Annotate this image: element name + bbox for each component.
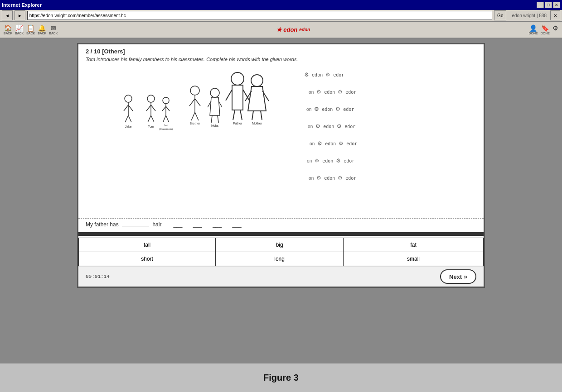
back-nav-button[interactable]: ◄	[2, 10, 13, 20]
user-icon: 👤	[529, 25, 537, 31]
svg-rect-36	[232, 85, 243, 110]
logo-text: ★ edon	[276, 26, 298, 33]
svg-point-29	[210, 88, 219, 97]
settings-icon-btn[interactable]: ⚙	[552, 25, 558, 35]
mail-icon-btn[interactable]: ✉ BACK	[49, 25, 58, 35]
answer-row-2: short long small	[79, 252, 484, 266]
titlebar-buttons: _ □ ✕	[537, 2, 560, 8]
bottom-bar: 00:01:14 Next »	[78, 266, 484, 287]
svg-line-9	[146, 105, 151, 111]
notes-icon-btn[interactable]: 📋 BACK	[26, 25, 35, 35]
svg-text:Father: Father	[233, 122, 242, 125]
answer-option-short[interactable]: short	[79, 252, 216, 266]
svg-line-40	[240, 110, 242, 120]
svg-line-10	[151, 105, 155, 111]
home-icon: 🏠	[4, 25, 12, 31]
answer-option-long[interactable]: long	[216, 252, 344, 266]
svg-line-25	[195, 99, 200, 106]
svg-line-16	[162, 106, 166, 111]
next-button[interactable]: Next »	[440, 269, 476, 284]
sentence-suffix: hair.	[152, 221, 163, 228]
svg-line-18	[163, 115, 166, 122]
svg-line-17	[166, 106, 170, 111]
answer-option-fat[interactable]: fat	[344, 238, 484, 252]
svg-line-26	[191, 112, 195, 120]
svg-line-12	[151, 115, 154, 122]
svg-line-11	[148, 115, 151, 122]
svg-line-39	[233, 110, 235, 120]
svg-text:Brother: Brother	[190, 122, 201, 125]
svg-text:Jed: Jed	[164, 124, 168, 127]
svg-point-7	[147, 95, 155, 102]
sentence-prefix: My father has	[86, 221, 119, 228]
forward-nav-button[interactable]: ►	[15, 10, 25, 20]
next-chevron-icon: »	[464, 273, 467, 280]
home-label: BACK	[4, 32, 12, 35]
svg-point-42	[251, 75, 263, 86]
svg-line-44	[262, 91, 269, 101]
bell-icon: 🔔	[38, 25, 46, 31]
icon-toolbar: 🏠 BACK 📈 BACK 📋 BACK 🔔 BACK ✉ BACK ★ edo…	[0, 22, 562, 38]
browser-title: Internet Explorer	[2, 2, 42, 8]
user-icon-btn[interactable]: 👤 DONE	[529, 25, 538, 35]
word-cloud: ⚙ edon ⚙ edor on ⚙ edon ⚙ edor	[304, 72, 473, 198]
tab-close-button[interactable]: ✕	[550, 10, 560, 20]
figure-caption: Figure 3	[263, 373, 299, 392]
svg-point-0	[125, 95, 132, 102]
mail-icon: ✉	[51, 25, 56, 31]
maximize-button[interactable]: □	[545, 2, 552, 8]
site-logo: ★ edon edon	[60, 26, 526, 33]
svg-point-14	[163, 97, 169, 104]
chart-icon-btn[interactable]: 📈 BACK	[15, 25, 24, 35]
address-bar-row: ◄ ► Go edon wright | 888 ✕	[0, 10, 562, 22]
browser-titlebar: Internet Explorer _ □ ✕	[0, 0, 562, 10]
notes-label: BACK	[26, 32, 35, 35]
minimize-button[interactable]: _	[537, 2, 544, 8]
content-frame: 2 / 10 [Others] Tom introduces his famil…	[77, 43, 485, 288]
sentence-area: My father has hair. ___ ___ ___ ___	[78, 218, 484, 230]
question-number: 2 / 10 [Others]	[86, 48, 476, 55]
bookmark-label: DONE	[541, 32, 550, 35]
svg-line-45	[252, 111, 253, 120]
svg-text:Nobs: Nobs	[211, 124, 219, 127]
bell-icon-btn[interactable]: 🔔 BACK	[38, 25, 46, 35]
right-icon-group: 👤 DONE 🔖 DONE ⚙	[529, 25, 558, 35]
close-button[interactable]: ✕	[553, 2, 560, 8]
svg-line-32	[211, 115, 212, 123]
svg-text:Jake: Jake	[125, 125, 132, 128]
question-header: 2 / 10 [Others] Tom introduces his famil…	[78, 44, 484, 64]
bell-label: BACK	[38, 32, 46, 35]
question-body: Jake Tom	[78, 64, 484, 218]
svg-line-3	[128, 105, 133, 111]
question-text: Tom introduces his family members to his…	[86, 57, 476, 62]
section-divider	[78, 232, 484, 236]
address-input[interactable]	[27, 11, 492, 20]
tab-label: edon wright | 888	[512, 13, 547, 18]
answer-option-big[interactable]: big	[216, 238, 344, 252]
home-icon-btn[interactable]: 🏠 BACK	[4, 25, 12, 35]
chart-icon: 📈	[15, 25, 23, 31]
svg-text:Mother: Mother	[252, 122, 262, 125]
next-button-label: Next	[449, 273, 462, 280]
svg-line-5	[128, 115, 131, 122]
svg-line-2	[124, 105, 128, 111]
svg-text:Tom: Tom	[148, 125, 154, 128]
svg-point-35	[231, 72, 244, 85]
go-button[interactable]: Go	[494, 10, 506, 20]
answer-row-1: tall big fat	[79, 238, 484, 252]
bookmark-icon: 🔖	[541, 25, 549, 31]
word-cloud-area: ⚙ edon ⚙ edor on ⚙ edon ⚙ edor	[300, 68, 476, 215]
svg-text:(Classroom): (Classroom)	[159, 128, 173, 130]
svg-line-37	[226, 90, 232, 100]
image-area: Jake Tom	[86, 68, 300, 215]
answer-options-table: tall big fat short long small	[78, 238, 484, 266]
mail-label: BACK	[49, 32, 58, 35]
answer-option-tall[interactable]: tall	[79, 238, 216, 252]
settings-icon: ⚙	[552, 25, 558, 31]
family-illustration: Jake Tom	[86, 68, 300, 204]
svg-line-33	[218, 115, 218, 123]
bookmark-icon-btn[interactable]: 🔖 DONE	[541, 25, 550, 35]
svg-line-27	[195, 112, 199, 120]
svg-line-4	[125, 115, 128, 122]
answer-option-small[interactable]: small	[344, 252, 484, 266]
